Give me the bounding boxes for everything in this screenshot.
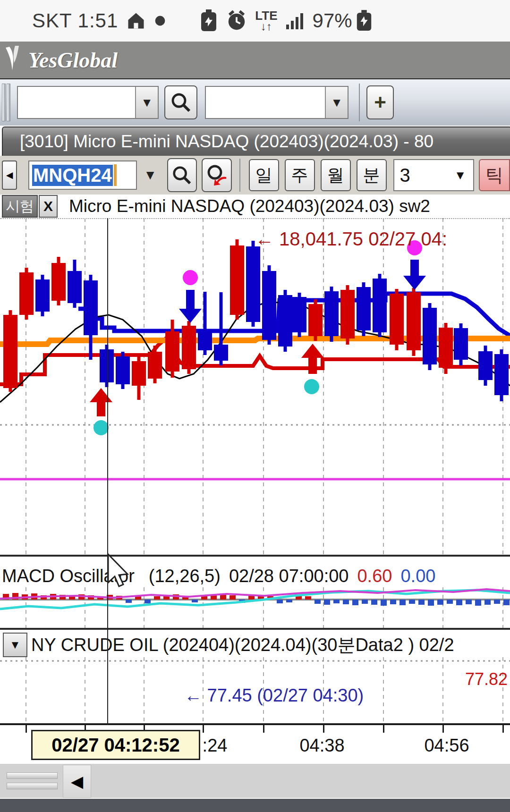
mouse-cursor	[107, 553, 140, 596]
tick-button[interactable]: 틱	[479, 159, 510, 191]
add-button[interactable]: +	[366, 85, 394, 119]
crude-title: NY CRUDE OIL (202404)(2024.04)(30분Data2 …	[31, 633, 454, 657]
close-button[interactable]: X	[39, 195, 58, 218]
collapse-left-button[interactable]: ◄	[2, 161, 17, 190]
macd-value-1: 0.60	[357, 566, 392, 586]
status-bar: SKT 1:51 LTE ↓↑ 97%	[0, 0, 510, 42]
notification-dot	[154, 15, 166, 27]
text-cursor	[114, 164, 117, 186]
interval-value: 3	[400, 165, 454, 186]
scrollbar-grip[interactable]	[7, 772, 58, 790]
axis-tick	[203, 725, 204, 733]
crude-last-price: 77.82	[465, 669, 508, 689]
chevron-down-icon: ▼	[454, 168, 467, 183]
macd-header: MACD Oscillator (12,26,5) 02/28 07:00:00…	[0, 565, 510, 587]
scroll-left-button[interactable]: ◀	[63, 765, 91, 798]
crosshair-vertical-line	[107, 218, 108, 725]
search-icon	[171, 164, 193, 186]
axis-tick	[383, 725, 384, 733]
battery-percentage: 97%	[313, 9, 352, 32]
toolbar: ▼ ▼ +	[0, 78, 510, 126]
signal-icon	[285, 11, 306, 30]
symbol-toolbar: ◄ MNQH24 ▼ 일주월분 3 ▼ 틱	[0, 156, 510, 195]
toolbar-grip-2[interactable]	[7, 84, 10, 121]
app-header: YesGlobal	[0, 42, 510, 78]
period-button-2[interactable]: 월	[321, 159, 351, 191]
macd-timestamp: 02/28 07:00:00	[229, 566, 349, 586]
axis-tick	[442, 725, 444, 733]
search-button[interactable]	[164, 85, 197, 119]
crude-header: ▼ NY CRUDE OIL (202404)(2024.04)(30분Data…	[0, 633, 510, 657]
search-icon	[170, 91, 192, 114]
toolbar-combo-2[interactable]: ▼	[205, 86, 348, 119]
window-title-bar[interactable]: [3010] Micro E-mini NASDAQ (202403)(2024…	[2, 127, 510, 157]
interval-combo[interactable]: 3 ▼	[393, 159, 474, 191]
symbol-lookup-button[interactable]	[202, 158, 232, 192]
axis-tick	[502, 725, 504, 733]
macd-histogram[interactable]	[0, 587, 510, 628]
symbol-dropdown-arrow-icon[interactable]: ▼	[144, 168, 157, 183]
toolbar-combo-1-value[interactable]	[18, 87, 135, 118]
symbol-separator	[239, 159, 240, 192]
chart-scrollbar[interactable]: ◀	[0, 764, 510, 798]
yesglobal-logo-icon	[4, 46, 28, 74]
toolbar-separator	[359, 84, 360, 121]
toolbar-grip[interactable]	[2, 84, 6, 121]
alarm-icon	[226, 10, 247, 32]
bottom-navigation-bar	[0, 799, 510, 812]
toolbar-combo-2-value[interactable]	[206, 87, 325, 118]
macd-params: (12,26,5)	[149, 566, 221, 586]
chevron-down-icon[interactable]: ▼	[135, 87, 158, 118]
home-icon	[126, 10, 146, 31]
axis-tick	[26, 725, 27, 733]
chart-header: 시험 X Micro E-mini NASDAQ (202403)(2024.0…	[0, 195, 510, 219]
period-button-3[interactable]: 분	[357, 159, 387, 191]
carrier-time: SKT 1:51	[32, 9, 118, 32]
period-button-group: 일주월분	[243, 159, 387, 191]
app-logo: YesGlobal	[28, 48, 118, 73]
toolbar-combo-1[interactable]: ▼	[17, 86, 159, 119]
battery-icon	[355, 9, 373, 32]
symbol-input[interactable]: MNQH24	[28, 161, 137, 190]
macd-value-2: 0.00	[400, 566, 435, 586]
account-mode-badge: 시험	[2, 195, 38, 218]
time-label-1: 04:38	[299, 736, 344, 756]
search-red-arrow-icon	[205, 164, 228, 186]
window-title-text: [3010] Micro E-mini NASDAQ (202403)(2024…	[20, 132, 434, 152]
crude-low-annotation: ← 77.45 (02/27 04:30)	[184, 685, 364, 706]
time-label-0: :24	[203, 736, 228, 756]
period-button-0[interactable]: 일	[249, 159, 279, 191]
macd-bottom-border	[0, 628, 510, 630]
crude-dropdown-button[interactable]: ▼	[3, 633, 27, 657]
high-price-annotation: ← 18,041.75 02/27 04:	[255, 228, 447, 250]
chevron-down-icon[interactable]: ▼	[325, 87, 348, 118]
time-label-2: 04:56	[424, 736, 469, 756]
symbol-search-button[interactable]	[167, 158, 197, 192]
crosshair-time-tooltip: 02/27 04:12:52	[31, 730, 200, 760]
symbol-value: MNQH24	[32, 165, 113, 186]
axis-tick	[263, 725, 264, 733]
main-price-chart[interactable]	[0, 218, 510, 555]
lte-icon: LTE ↓↑	[255, 10, 277, 32]
period-button-1[interactable]: 주	[285, 159, 315, 191]
axis-tick	[323, 725, 324, 733]
chart-title: Micro E-mini NASDAQ (202403)(2024.03) sw…	[69, 196, 430, 216]
battery-saver-icon	[199, 9, 218, 32]
